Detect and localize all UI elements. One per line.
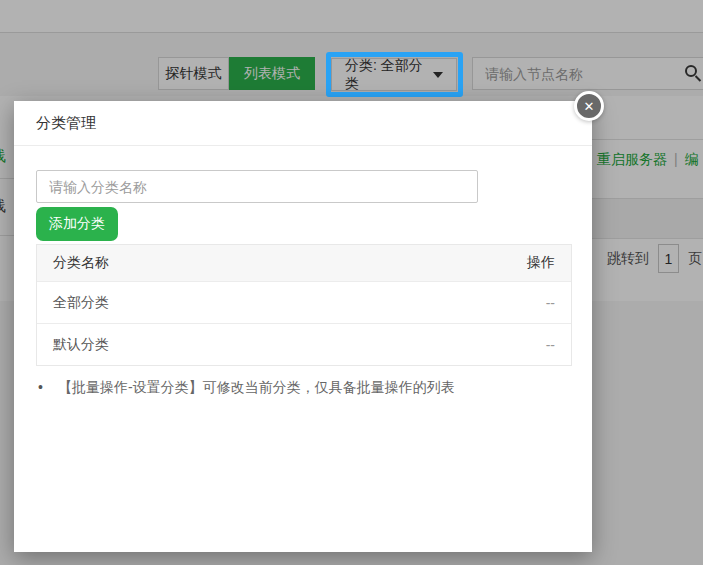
category-table: 分类名称 操作 全部分类 -- 默认分类 -- xyxy=(36,244,572,366)
close-icon: ✕ xyxy=(584,99,595,114)
category-action-cell: -- xyxy=(546,295,555,311)
category-name-input[interactable] xyxy=(36,170,478,203)
category-management-dialog: 分类管理 添加分类 分类名称 操作 全部分类 -- 默认分类 -- • 【批量操… xyxy=(14,101,592,552)
category-name-cell: 默认分类 xyxy=(53,336,109,354)
dropdown-highlight-outline xyxy=(326,52,463,97)
dialog-header: 分类管理 xyxy=(14,101,592,146)
column-header-name: 分类名称 xyxy=(53,254,109,272)
column-header-action: 操作 xyxy=(527,254,555,272)
close-button[interactable]: ✕ xyxy=(574,91,604,121)
table-row: 默认分类 -- xyxy=(37,323,571,365)
dialog-title: 分类管理 xyxy=(36,114,96,133)
bullet-icon: • xyxy=(38,379,58,397)
add-category-button[interactable]: 添加分类 xyxy=(36,207,118,241)
table-header-row: 分类名称 操作 xyxy=(37,245,571,281)
hint-note-text: 【批量操作-设置分类】可修改当前分类，仅具备批量操作的列表 xyxy=(58,379,455,397)
table-row: 全部分类 -- xyxy=(37,281,571,323)
category-action-cell: -- xyxy=(546,337,555,353)
hint-note: • 【批量操作-设置分类】可修改当前分类，仅具备批量操作的列表 xyxy=(38,379,455,397)
category-name-cell: 全部分类 xyxy=(53,294,109,312)
